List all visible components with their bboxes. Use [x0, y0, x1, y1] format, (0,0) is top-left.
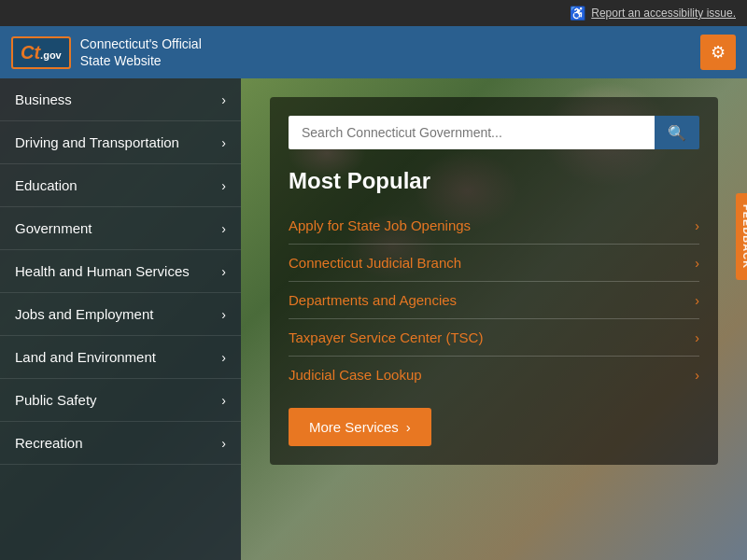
popular-item-label: Taxpayer Service Center (TSC) [289, 329, 483, 345]
popular-item-label: Judicial Case Lookup [289, 367, 422, 383]
sidebar-item-label: Government [15, 220, 92, 236]
popular-item-2[interactable]: Departments and Agencies › [289, 282, 699, 319]
sidebar-item-label: Driving and Transportation [15, 134, 179, 150]
sidebar-item-business[interactable]: Business › [0, 78, 241, 121]
popular-item-label: Apply for State Job Openings [289, 217, 471, 233]
sidebar-item-health-human-services[interactable]: Health and Human Services › [0, 250, 241, 293]
main-content: Business › Driving and Transportation › … [0, 78, 747, 560]
sidebar-item-label: Public Safety [15, 392, 97, 408]
chevron-icon: › [221, 264, 226, 279]
accessibility-bar: ♿ Report an accessibility issue. [0, 0, 747, 26]
search-input[interactable] [289, 116, 655, 149]
chevron-icon: › [221, 178, 226, 193]
logo-box: Ct.gov [11, 36, 71, 69]
settings-button[interactable]: ⚙ [700, 35, 736, 70]
sidebar-item-education[interactable]: Education › [0, 164, 241, 207]
sidebar-item-government[interactable]: Government › [0, 207, 241, 250]
search-bar: 🔍 [289, 116, 699, 149]
chevron-icon: › [221, 92, 226, 107]
popular-item-label: Connecticut Judicial Branch [289, 255, 461, 271]
sidebar-item-public-safety[interactable]: Public Safety › [0, 379, 241, 422]
sidebar-item-label: Land and Environment [15, 349, 156, 365]
sidebar-item-label: Health and Human Services [15, 263, 190, 279]
logo-ct: Ct [21, 42, 40, 63]
feedback-tab[interactable]: FEEDBACK [736, 193, 747, 280]
sidebar-item-land-environment[interactable]: Land and Environment › [0, 336, 241, 379]
popular-item-label: Departments and Agencies [289, 292, 457, 308]
sidebar-item-label: Jobs and Employment [15, 306, 153, 322]
popular-item-0[interactable]: Apply for State Job Openings › [289, 207, 699, 245]
chevron-icon: › [221, 350, 226, 365]
chevron-icon: › [221, 135, 226, 150]
sidebar-item-label: Recreation [15, 435, 83, 451]
site-title: Connecticut's Official State Website [80, 35, 202, 69]
search-button[interactable]: 🔍 [655, 116, 699, 149]
chevron-icon: › [406, 419, 411, 435]
chevron-icon: › [695, 330, 699, 345]
chevron-icon: › [221, 436, 226, 451]
chevron-icon: › [695, 256, 699, 271]
sidebar-item-jobs-employment[interactable]: Jobs and Employment › [0, 293, 241, 336]
sidebar-nav: Business › Driving and Transportation › … [0, 78, 241, 560]
chevron-icon: › [695, 218, 699, 233]
sidebar-item-recreation[interactable]: Recreation › [0, 422, 241, 465]
sidebar-item-label: Education [15, 177, 78, 193]
more-services-label: More Services [309, 419, 399, 435]
chevron-icon: › [221, 307, 226, 322]
site-header: Ct.gov Connecticut's Official State Webs… [0, 26, 747, 78]
popular-item-4[interactable]: Judicial Case Lookup › [289, 357, 699, 393]
most-popular-title: Most Popular [289, 168, 699, 194]
chevron-icon: › [695, 293, 699, 308]
accessibility-link[interactable]: Report an accessibility issue. [591, 7, 736, 20]
search-icon: 🔍 [668, 125, 686, 141]
chevron-icon: › [695, 368, 699, 383]
accessibility-icon: ♿ [570, 6, 585, 21]
logo-area: Ct.gov Connecticut's Official State Webs… [11, 35, 202, 69]
content-area: 🔍 Most Popular Apply for State Job Openi… [241, 78, 747, 560]
sidebar-item-label: Business [15, 91, 72, 107]
logo-gov: .gov [40, 49, 62, 61]
popular-item-1[interactable]: Connecticut Judicial Branch › [289, 245, 699, 282]
more-services-button[interactable]: More Services › [289, 408, 431, 446]
content-card: 🔍 Most Popular Apply for State Job Openi… [270, 97, 718, 465]
sidebar-item-driving-transportation[interactable]: Driving and Transportation › [0, 121, 241, 164]
most-popular-section: Most Popular Apply for State Job Opening… [289, 168, 699, 393]
chevron-icon: › [221, 221, 226, 236]
feedback-label: FEEDBACK [741, 204, 747, 269]
popular-item-3[interactable]: Taxpayer Service Center (TSC) › [289, 319, 699, 357]
chevron-icon: › [221, 393, 226, 408]
